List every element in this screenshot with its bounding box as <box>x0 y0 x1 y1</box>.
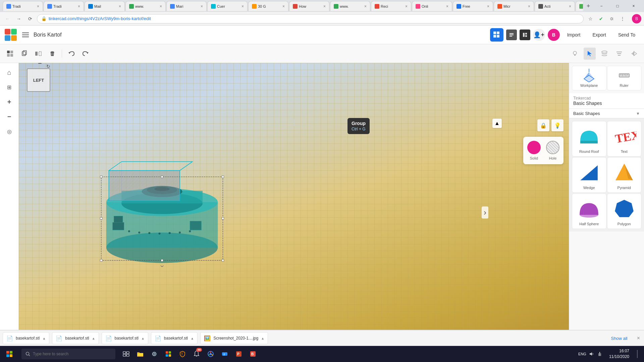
browser-tab-t5[interactable]: Mari × <box>166 1 207 11</box>
hole-option[interactable]: Hole <box>546 141 559 160</box>
browser-tab-t3[interactable]: Mail × <box>85 1 125 11</box>
shape-wedge[interactable]: Wedge <box>572 157 606 193</box>
viewport-lock-button[interactable]: 🔒 <box>537 119 549 131</box>
zoom-fit-button[interactable]: ⊞ <box>3 80 16 94</box>
browser-tab-t6[interactable]: Cuer × <box>207 1 248 11</box>
panel-button[interactable] <box>520 29 530 40</box>
new-tab-button[interactable]: + <box>584 1 593 11</box>
mirror-button[interactable] <box>32 48 44 60</box>
notification-button[interactable]: 49 <box>190 346 203 362</box>
view-button[interactable]: ◎ <box>3 125 16 138</box>
zoom-out-button[interactable]: − <box>3 110 16 123</box>
view-cube[interactable]: LEFT ▲ ↻ <box>27 68 54 95</box>
tab-close-icon[interactable]: × <box>119 4 121 9</box>
browser-tab-t9[interactable]: www. × <box>330 1 370 11</box>
download-chevron-icon[interactable]: ▲ <box>141 337 145 340</box>
shape-text[interactable]: TEXT Text <box>607 121 642 157</box>
import-button[interactable]: Import <box>562 30 585 40</box>
browser-tab-t12[interactable]: Free × <box>453 1 493 11</box>
cursor-button[interactable] <box>584 48 596 60</box>
maximize-button[interactable]: □ <box>610 0 625 12</box>
menu-hamburger-button[interactable] <box>20 29 31 40</box>
download-chevron-icon[interactable]: ▲ <box>261 337 264 340</box>
tab-close-icon[interactable]: × <box>364 4 367 9</box>
bookmark-button[interactable]: ☆ <box>586 14 595 23</box>
mirror-h-button[interactable] <box>628 48 640 60</box>
download-item-4[interactable]: 🖼️ Screenshot_2020-1....jpg ▲ <box>200 332 268 344</box>
tab-close-icon[interactable]: × <box>160 4 162 9</box>
shape-round-roof[interactable]: Round Roof <box>572 121 606 157</box>
shape-pyramid[interactable]: Pyramid <box>607 157 642 193</box>
downloads-show-all-button[interactable]: Show all <box>606 335 633 342</box>
file-explorer-button[interactable] <box>133 346 147 362</box>
download-chevron-icon[interactable]: ▲ <box>92 337 95 340</box>
browser-tab-t14[interactable]: Acti × <box>535 1 575 11</box>
rotate-up-button[interactable]: ▲ <box>37 63 43 65</box>
tab-close-icon[interactable]: × <box>201 4 203 9</box>
solid-circle[interactable] <box>527 141 541 154</box>
download-item-1[interactable]: 📄 basekartof.stl ▲ <box>52 332 99 344</box>
tab-close-icon[interactable]: × <box>78 4 80 9</box>
grid-view-button[interactable] <box>490 28 503 42</box>
tab-close-icon[interactable]: × <box>487 4 489 9</box>
download-item-0[interactable]: 📄 basekartof.stl ▲ <box>3 332 49 344</box>
ruler-tool[interactable]: Ruler <box>607 66 642 90</box>
tab-close-icon[interactable]: × <box>37 4 39 9</box>
download-item-2[interactable]: 📄 basekartof.stl ▲ <box>102 332 148 344</box>
download-item-3[interactable]: 📄 basekartof.stl ▲ <box>151 332 198 344</box>
reload-button[interactable]: ⟳ <box>25 14 35 23</box>
send-to-button[interactable]: Send To <box>613 30 640 40</box>
delete-button[interactable] <box>46 48 58 60</box>
hole-circle[interactable] <box>546 141 559 154</box>
viewport[interactable]: LEFT ▲ ↻ <box>19 63 569 362</box>
start-button[interactable] <box>0 346 19 362</box>
user-avatar[interactable]: B <box>548 29 560 41</box>
forward-button[interactable]: → <box>14 14 23 23</box>
shape-half-sphere[interactable]: Half Sphere <box>572 193 606 229</box>
profile-avatar[interactable]: B <box>632 14 641 23</box>
undo-button[interactable] <box>65 48 77 60</box>
lightbulb-button[interactable] <box>569 48 581 60</box>
minimize-button[interactable]: − <box>594 0 609 12</box>
browser-tab-t10[interactable]: Reci × <box>371 1 411 11</box>
taskbar-search-input[interactable] <box>33 352 111 356</box>
browser-tab-t13[interactable]: Micr × <box>494 1 534 11</box>
rotate-right-button[interactable]: ↻ <box>46 64 50 69</box>
powerpoint-button[interactable]: P <box>232 346 246 362</box>
browser-tab-t8[interactable]: How × <box>289 1 329 11</box>
app-b-button[interactable]: B <box>246 346 260 362</box>
close-button[interactable]: × <box>626 0 641 12</box>
tab-close-icon[interactable]: × <box>241 4 244 9</box>
browser-tab-t11[interactable]: Onli × <box>412 1 452 11</box>
browser-tab-t1[interactable]: Tradi × <box>3 1 43 11</box>
workplane-tool[interactable]: Workplane <box>572 66 606 90</box>
browser-tab-t7[interactable]: 30 G × <box>248 1 288 11</box>
url-input[interactable]: 🔒 tinkercad.com/things/4V2zArSWy9m-boris… <box>37 14 584 23</box>
download-chevron-icon[interactable]: ▲ <box>42 337 46 340</box>
browser-tab-t4[interactable]: www. × <box>125 1 166 11</box>
align-button[interactable] <box>613 48 625 60</box>
extensions-button[interactable]: ⛭ <box>607 14 616 23</box>
chrome-button[interactable] <box>204 346 217 362</box>
export-button[interactable]: Export <box>588 30 610 40</box>
tab-close-icon[interactable]: × <box>405 4 408 9</box>
windows-store-button[interactable] <box>162 346 175 362</box>
browser-tab-t15[interactable]: AU 2 × <box>576 1 583 11</box>
tab-close-icon[interactable]: × <box>446 4 448 9</box>
viewport-expand-button[interactable]: ▲ <box>492 119 502 128</box>
antivirus-button[interactable]: ! <box>176 346 189 362</box>
downloads-close-button[interactable]: × <box>636 334 641 343</box>
menu-button[interactable]: ⋮ <box>618 14 627 23</box>
taskbar-search[interactable] <box>21 349 115 359</box>
solid-option[interactable]: Solid <box>527 141 541 160</box>
tab-close-icon[interactable]: × <box>528 4 530 9</box>
steam-button[interactable] <box>148 346 161 362</box>
viewport-light-button[interactable]: 💡 <box>551 119 564 131</box>
download-chevron-icon[interactable]: ▲ <box>191 337 194 340</box>
redo-button[interactable] <box>79 48 92 60</box>
shape-polygon[interactable]: Polygon <box>607 193 642 229</box>
task-view-button[interactable] <box>119 346 133 362</box>
layers-button[interactable] <box>598 48 610 60</box>
show-desktop-button[interactable] <box>633 346 641 362</box>
tools-button[interactable] <box>506 29 517 40</box>
